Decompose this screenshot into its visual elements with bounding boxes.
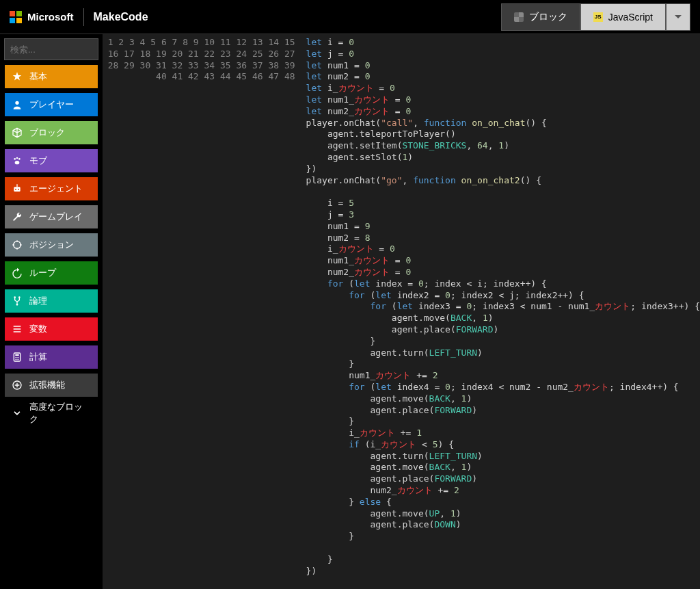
microsoft-logo: Microsoft	[10, 11, 74, 23]
category-label: 拡張機能	[29, 379, 65, 391]
category-agent[interactable]: エージェント	[4, 176, 98, 201]
search-box[interactable]	[4, 38, 98, 60]
category-label: 基本	[29, 70, 47, 83]
category-label: プレイヤー	[29, 99, 74, 111]
microsoft-text: Microsoft	[27, 11, 74, 23]
javascript-view-button[interactable]: JS JavaScript	[580, 3, 666, 31]
svg-point-18	[16, 359, 17, 360]
plus-icon	[12, 380, 23, 391]
fork-icon	[12, 296, 23, 306]
svg-point-2	[16, 157, 18, 159]
view-dropdown-button[interactable]	[666, 3, 690, 31]
svg-point-9	[14, 296, 16, 298]
category-label: 変数	[29, 323, 47, 335]
category-label: 論理	[29, 295, 47, 307]
category-block[interactable]: ブロック	[4, 120, 98, 145]
robot-icon	[12, 183, 23, 194]
category-sidebar: 基本プレイヤーブロックモブエージェントゲームプレイポジションループ論理変数計算拡…	[0, 34, 103, 589]
category-label: モブ	[29, 155, 47, 167]
svg-point-10	[18, 296, 21, 298]
paw-icon	[12, 155, 23, 166]
brand-title: MakeCode	[94, 11, 148, 23]
category-label: エージェント	[29, 183, 83, 195]
category-variable[interactable]: 変数	[4, 317, 98, 341]
line-gutter: 1 2 3 4 5 6 7 8 9 10 11 12 13 14 15 16 1…	[103, 34, 302, 589]
cube-icon	[12, 127, 23, 138]
svg-point-11	[16, 304, 18, 306]
category-label: ポジション	[29, 239, 74, 251]
category-advanced[interactable]: 高度なブロック	[4, 401, 98, 426]
js-icon: JS	[593, 12, 603, 22]
list-icon	[12, 324, 23, 335]
svg-point-6	[15, 189, 16, 190]
category-basic[interactable]: 基本	[4, 64, 98, 89]
svg-point-0	[15, 101, 18, 105]
code-area[interactable]: let i = 0 let j = 0 let num1 = 0 let num…	[302, 34, 700, 589]
top-bar: Microsoft MakeCode ブロック JS JavaScript	[0, 0, 700, 34]
svg-point-19	[18, 359, 18, 360]
category-logic[interactable]: 論理	[4, 289, 98, 313]
svg-point-4	[15, 161, 20, 164]
category-position[interactable]: ポジション	[4, 233, 98, 257]
svg-point-14	[15, 357, 16, 358]
category-loop[interactable]: ループ	[4, 261, 98, 285]
blocks-icon	[514, 12, 524, 22]
svg-point-17	[15, 359, 16, 360]
svg-point-8	[14, 241, 21, 249]
divider	[83, 8, 84, 26]
category-player[interactable]: プレイヤー	[4, 92, 98, 117]
svg-point-15	[16, 357, 17, 358]
svg-point-3	[18, 158, 21, 160]
js-label: JavaScript	[608, 12, 653, 23]
category-extensions[interactable]: 拡張機能	[4, 373, 98, 397]
blocks-label: ブロック	[529, 11, 567, 23]
user-icon	[12, 99, 23, 110]
wrench-icon	[12, 211, 23, 222]
category-label: ブロック	[29, 127, 65, 139]
loop-icon	[12, 267, 23, 278]
category-gameplay[interactable]: ゲームプレイ	[4, 205, 98, 229]
svg-rect-5	[14, 187, 20, 192]
category-label: ゲームプレイ	[29, 211, 83, 223]
blocks-view-button[interactable]: ブロック	[501, 3, 580, 31]
calc-icon	[12, 352, 23, 363]
svg-point-1	[14, 158, 16, 160]
crosshair-icon	[12, 239, 23, 250]
svg-rect-13	[15, 354, 18, 356]
category-mob[interactable]: モブ	[4, 148, 98, 173]
category-label: 計算	[29, 351, 47, 363]
category-label: 高度なブロック	[29, 401, 91, 426]
star-icon	[12, 71, 23, 82]
chevron-down-icon	[675, 15, 682, 22]
category-label: ループ	[29, 267, 56, 279]
chev-icon	[12, 408, 23, 419]
svg-point-16	[18, 357, 18, 358]
svg-point-7	[18, 189, 19, 190]
category-math[interactable]: 計算	[4, 345, 98, 369]
code-editor[interactable]: 1 2 3 4 5 6 7 8 9 10 11 12 13 14 15 16 1…	[103, 34, 700, 589]
search-input[interactable]	[10, 44, 103, 55]
microsoft-icon	[10, 11, 22, 23]
